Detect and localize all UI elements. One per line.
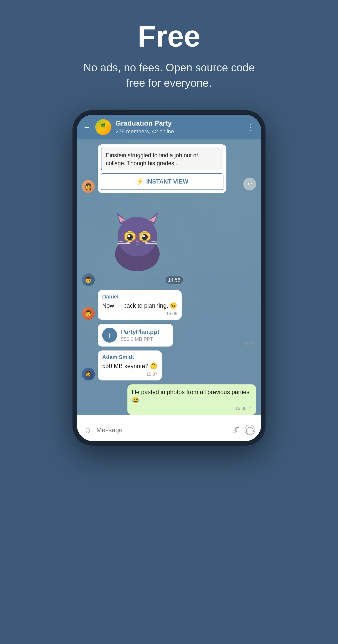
download-button[interactable]: ↓ xyxy=(102,328,117,342)
outgoing-bubble: He pasted in photos from all previous pa… xyxy=(127,384,256,415)
file-size: 550.2 MB PPT xyxy=(121,336,159,342)
chat-header: ← 🍍 Graduation Party 278 members, 42 onl… xyxy=(77,115,261,140)
emoji-button[interactable]: ☺ xyxy=(83,425,91,435)
file-name: PartyPlan.ppt xyxy=(121,328,159,336)
adam-time: 15:07 xyxy=(102,372,157,377)
header-info: Graduation Party 278 members, 42 online xyxy=(116,120,242,135)
file-message-row: ↓ PartyPlan.ppt 550.2 MB PPT ⋮ 15:06 xyxy=(98,324,256,346)
group-avatar: 🍍 xyxy=(95,119,111,135)
user-avatar-1: 👩 xyxy=(82,180,95,193)
attach-button[interactable]: 🖇 xyxy=(232,426,240,434)
back-button[interactable]: ← xyxy=(83,122,91,132)
cat-sticker xyxy=(105,204,169,275)
phone-inner: ← 🍍 Graduation Party 278 members, 42 onl… xyxy=(77,115,261,441)
phone-outer: ← 🍍 Graduation Party 278 members, 42 onl… xyxy=(72,110,266,446)
svg-point-8 xyxy=(127,234,133,240)
user-avatar-3: 👨 xyxy=(82,307,95,320)
sticker-time: 14:58 xyxy=(166,276,183,284)
lightning-icon: ⚡ xyxy=(136,178,144,186)
message-row-daniel: 👨 Daniel Now — back to planning. 😉 15:06 xyxy=(82,290,256,320)
message-row-adam: 🧔 Adam Smidt 550 MB keynote? 🤔 15:07 xyxy=(82,350,256,380)
svg-point-15 xyxy=(136,240,139,242)
group-meta: 278 members, 42 online xyxy=(116,128,242,135)
input-bar: ☺ 🖇 ◯ xyxy=(77,419,261,441)
phone-wrapper: ← 🍍 Graduation Party 278 members, 42 onl… xyxy=(72,110,266,446)
camera-button[interactable]: ◯ xyxy=(245,425,255,435)
hero-subtitle: No ads, no fees. Open source code free f… xyxy=(82,60,256,90)
svg-point-11 xyxy=(142,235,145,237)
svg-point-9 xyxy=(142,234,148,240)
adam-bubble: Adam Smidt 550 MB keynote? 🤔 15:07 xyxy=(98,350,162,380)
file-time: 15:06 xyxy=(176,341,256,346)
user-avatar-2: 👦 xyxy=(82,273,95,286)
chat-body: 👩 Einstein struggled to find a job out o… xyxy=(77,140,261,415)
sticker-bubble: A =V = l²P = 2πrA = πr²s = √r² + h²A = π… xyxy=(98,202,187,286)
header-menu-button[interactable]: ⋮ xyxy=(247,122,255,132)
group-name: Graduation Party xyxy=(116,120,242,127)
adam-text: 550 MB keynote? 🤔 xyxy=(102,362,157,370)
check-icon: ✓ xyxy=(248,406,252,412)
daniel-text: Now — back to planning. 😉 xyxy=(102,302,177,310)
page-title: Free xyxy=(82,20,256,52)
file-bubble: ↓ PartyPlan.ppt 550.2 MB PPT ⋮ xyxy=(98,324,173,346)
svg-point-10 xyxy=(127,235,130,237)
instant-view-label: INSTANT VIEW xyxy=(146,178,188,185)
sticker-row: 👦 A =V = l²P = 2πrA = πr²s = √r² + h²A =… xyxy=(82,197,256,286)
adam-sender: Adam Smidt xyxy=(102,354,157,360)
daniel-bubble: Daniel Now — back to planning. 😉 15:06 xyxy=(98,290,182,320)
message-row-outgoing: He pasted in photos from all previous pa… xyxy=(82,384,256,415)
article-bubble: Einstein struggled to find a job out of … xyxy=(98,144,226,193)
article-row: 👩 Einstein struggled to find a job out o… xyxy=(82,144,256,193)
hero-section: Free No ads, no fees. Open source code f… xyxy=(72,0,266,105)
daniel-sender: Daniel xyxy=(102,294,177,300)
file-menu-button[interactable]: ⋮ xyxy=(163,332,169,338)
daniel-time: 15:06 xyxy=(102,311,177,316)
file-info: PartyPlan.ppt 550.2 MB PPT xyxy=(121,328,159,342)
message-input[interactable] xyxy=(96,426,227,434)
outgoing-text: He pasted in photos from all previous pa… xyxy=(132,388,252,404)
share-button[interactable]: ↩ xyxy=(243,178,256,190)
outgoing-time: 15:08 ✓ xyxy=(132,406,252,412)
instant-view-button[interactable]: ⚡ INSTANT VIEW xyxy=(101,174,223,190)
avatar-emoji: 🍍 xyxy=(99,123,108,131)
article-text: Einstein struggled to find a job out of … xyxy=(101,148,223,170)
user-avatar-4: 🧔 xyxy=(82,368,95,380)
